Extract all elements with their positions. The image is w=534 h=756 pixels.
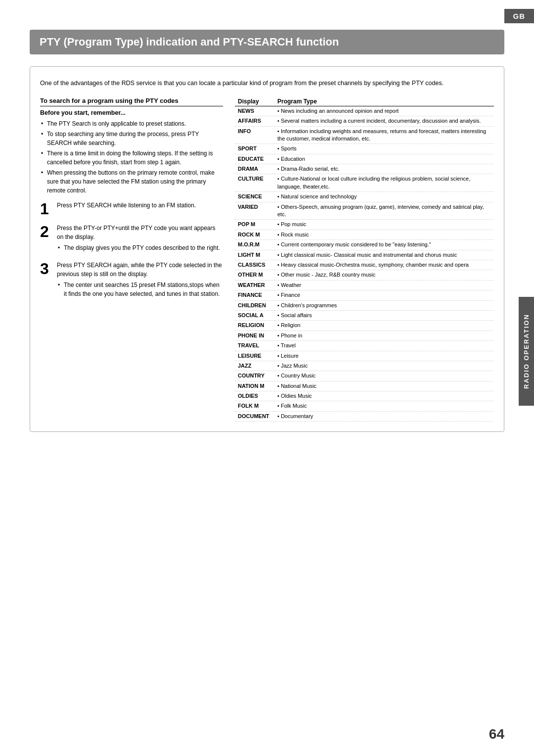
table-row: M.O.R.M• Current contemporary music cons…: [235, 240, 494, 250]
col2-header: Program Type: [274, 97, 494, 106]
bullet-list: The PTY Search is only applicable to pre…: [40, 119, 223, 195]
display-cell: SCIENCE: [235, 192, 274, 202]
program-type-cell: • Documentary: [274, 411, 494, 421]
table-row: DRAMA• Drama-Radio serial, etc.: [235, 164, 494, 174]
step-3-text: Press PTY SEARCH again, while the PTY co…: [57, 261, 223, 279]
table-row: NATION M• National Music: [235, 381, 494, 391]
program-type-cell: • Leisure: [274, 351, 494, 361]
display-cell: COUNTRY: [235, 371, 274, 381]
program-type-cell: • Natural science and technology: [274, 192, 494, 202]
display-cell: LIGHT M: [235, 250, 274, 260]
bullet-item: When pressing the buttons on the primary…: [40, 168, 223, 195]
step-3-bullet: The center unit searches 15 preset FM st…: [57, 281, 223, 298]
table-row: CHILDREN• Children's programmes: [235, 300, 494, 310]
table-row: DOCUMENT• Documentary: [235, 411, 494, 421]
program-type-cell: • Culture-National or local culture incl…: [274, 174, 494, 192]
program-type-cell: • Drama-Radio serial, etc.: [274, 164, 494, 174]
table-row: PHONE IN• Phone in: [235, 331, 494, 340]
step-2-bullet: The display gives you the PTY codes desc…: [57, 243, 223, 252]
table-row: RELIGION• Religion: [235, 321, 494, 331]
program-type-cell: • Light classical music- Classical music…: [274, 250, 494, 260]
display-cell: OLDIES: [235, 391, 274, 401]
table-row: SCIENCE• Natural science and technology: [235, 192, 494, 202]
display-cell: AFFAIRS: [235, 116, 274, 126]
display-cell: FOLK M: [235, 401, 274, 411]
display-cell: VARIED: [235, 202, 274, 220]
display-cell: SOCIAL A: [235, 310, 274, 320]
table-row: FINANCE• Finance: [235, 290, 494, 300]
intro-text: One of the advantages of the RDS service…: [40, 79, 494, 88]
bullet-item: To stop searching any time during the pr…: [40, 130, 223, 147]
step-3-block: 3 Press PTY SEARCH again, while the PTY …: [40, 261, 223, 300]
display-cell: PHONE IN: [235, 331, 274, 340]
display-cell: TRAVEL: [235, 341, 274, 351]
display-cell: DRAMA: [235, 164, 274, 174]
program-type-cell: • Country Music: [274, 371, 494, 381]
table-row: COUNTRY• Country Music: [235, 371, 494, 381]
display-cell: NATION M: [235, 381, 274, 391]
display-cell: SPORT: [235, 144, 274, 154]
program-type-cell: • Several matters including a current in…: [274, 116, 494, 126]
pty-table: Display Program Type NEWS• News includin…: [235, 97, 494, 422]
display-cell: LEISURE: [235, 351, 274, 361]
program-type-cell: • Phone in: [274, 331, 494, 340]
program-type-cell: • Information including weights and meas…: [274, 126, 494, 144]
table-row: SOCIAL A• Social affairs: [235, 310, 494, 320]
table-row: OTHER M• Other music - Jazz, R&B country…: [235, 270, 494, 280]
step-2-content: Press the PTY-or PTY+until the PTY code …: [57, 224, 223, 254]
display-cell: ROCK M: [235, 230, 274, 239]
page-number: 64: [489, 726, 504, 742]
display-cell: DOCUMENT: [235, 411, 274, 421]
program-type-cell: • Jazz Music: [274, 361, 494, 371]
program-type-cell: • Weather: [274, 280, 494, 290]
display-cell: CLASSICS: [235, 260, 274, 270]
step-1-number: 1: [40, 201, 52, 217]
program-type-cell: • National Music: [274, 381, 494, 391]
table-row: WEATHER• Weather: [235, 280, 494, 290]
gb-badge: GB: [504, 9, 534, 23]
display-cell: RELIGION: [235, 321, 274, 331]
program-type-cell: • Sports: [274, 144, 494, 154]
display-cell: JAZZ: [235, 361, 274, 371]
step-1-text: Press PTY SEARCH while listening to an F…: [57, 201, 223, 210]
table-row: SPORT• Sports: [235, 144, 494, 154]
table-row: LIGHT M• Light classical music- Classica…: [235, 250, 494, 260]
program-type-cell: • Social affairs: [274, 310, 494, 320]
page-title: PTY (Program Type) indication and PTY-SE…: [30, 30, 504, 54]
two-column-layout: To search for a program using the PTY co…: [40, 97, 494, 422]
step-2-text: Press the PTY-or PTY+until the PTY code …: [57, 224, 223, 241]
table-row: FOLK M• Folk Music: [235, 401, 494, 411]
display-cell: M.O.R.M: [235, 240, 274, 250]
content-box: One of the advantages of the RDS service…: [30, 66, 504, 432]
program-type-cell: • Current contemporary music considered …: [274, 240, 494, 250]
table-row: OLDIES• Oldies Music: [235, 391, 494, 401]
display-cell: NEWS: [235, 106, 274, 116]
step-2-number: 2: [40, 224, 52, 239]
step-2-block: 2 Press the PTY-or PTY+until the PTY cod…: [40, 224, 223, 254]
table-row: AFFAIRS• Several matters including a cur…: [235, 116, 494, 126]
program-type-cell: • Oldies Music: [274, 391, 494, 401]
program-type-cell: • Rock music: [274, 230, 494, 239]
program-type-cell: • Travel: [274, 341, 494, 351]
display-cell: POP M: [235, 220, 274, 230]
program-type-cell: • Finance: [274, 290, 494, 300]
table-row: INFO• Information including weights and …: [235, 126, 494, 144]
table-row: EDUCATE• Education: [235, 154, 494, 164]
right-column: Display Program Type NEWS• News includin…: [235, 97, 494, 422]
col1-header: Display: [235, 97, 274, 106]
program-type-cell: • Others-Speech, amusing program (quiz, …: [274, 202, 494, 220]
display-cell: EDUCATE: [235, 154, 274, 164]
section-heading: To search for a program using the PTY co…: [40, 97, 223, 106]
program-type-cell: • News including an announced opinion an…: [274, 106, 494, 116]
radio-operation-label: RADIO OPERATION: [519, 297, 534, 406]
bullet-item: There is a time limit in doing the follo…: [40, 149, 223, 167]
display-cell: INFO: [235, 126, 274, 144]
program-type-cell: • Other music - Jazz, R&B country music: [274, 270, 494, 280]
table-row: LEISURE• Leisure: [235, 351, 494, 361]
program-type-cell: • Religion: [274, 321, 494, 331]
program-type-cell: • Education: [274, 154, 494, 164]
step-3-number: 3: [40, 261, 52, 277]
display-cell: OTHER M: [235, 270, 274, 280]
step-3-content: Press PTY SEARCH again, while the PTY co…: [57, 261, 223, 300]
table-row: NEWS• News including an announced opinio…: [235, 106, 494, 116]
